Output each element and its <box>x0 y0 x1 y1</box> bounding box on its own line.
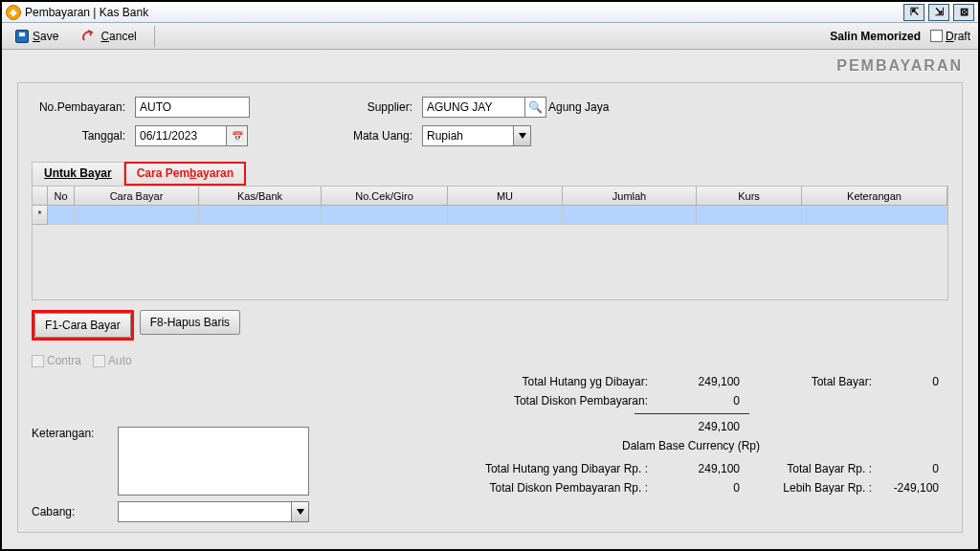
app-icon: ◆ <box>6 5 21 20</box>
memorized-link[interactable]: Salin Memorized <box>830 30 921 43</box>
cabang-dropdown-icon[interactable] <box>292 501 309 522</box>
restore-right-icon[interactable]: ⇲ <box>928 4 949 21</box>
tab-untuk-bayar[interactable]: Untuk Bayar <box>32 162 124 186</box>
contra-checkbox: Contra <box>32 354 81 367</box>
col-no-cek: No.Cek/Giro <box>322 187 448 206</box>
close-icon[interactable]: ⊠ <box>953 4 974 21</box>
no-pembayaran-label: No.Pembayaran: <box>32 100 135 114</box>
total-bayar-rp-value: 0 <box>872 462 939 475</box>
f1-highlight: F1-Cara Bayar <box>32 310 134 341</box>
total-diskon-rp-label: Total Diskon Pembayaran Rp. : <box>443 481 654 495</box>
app-window: ◆ Pembayaran | Kas Bank ⇱ ⇲ ⊠ Save Cance… <box>0 0 980 551</box>
mata-uang-label: Mata Uang: <box>347 129 422 143</box>
total-bayar-value: 0 <box>872 375 939 388</box>
base-currency-note: Dalam Base Currency (Rp) <box>443 439 939 452</box>
cancel-button[interactable]: Cancel <box>76 28 142 45</box>
toolbar: Save Cancel Salin Memorized Draft <box>2 23 978 50</box>
save-icon <box>15 30 29 43</box>
total-hutang-rp-label: Total Hutang yang Dibayar Rp. : <box>443 462 654 475</box>
col-cara-bayar: Cara Bayar <box>75 187 199 206</box>
total-hutang-value: 249,100 <box>654 375 740 388</box>
supplier-label: Supplier: <box>347 100 422 114</box>
subtotal-value: 249,100 <box>654 420 740 433</box>
keterangan-label: Keterangan: <box>32 427 118 440</box>
total-hutang-rp-value: 249,100 <box>654 462 740 475</box>
lebih-bayar-value: -249,100 <box>872 481 939 495</box>
total-diskon-label: Total Diskon Pembayaran: <box>443 394 654 408</box>
col-kurs: Kurs <box>697 187 802 206</box>
summary-panel: Total Hutang yg Dibayar: 249,100 Total B… <box>434 375 948 522</box>
col-jumlah: Jumlah <box>563 187 697 206</box>
supplier-search-icon[interactable]: 🔍 <box>525 97 546 118</box>
payment-grid[interactable]: No Cara Bayar Kas/Bank No.Cek/Giro MU Ju… <box>32 186 948 300</box>
no-pembayaran-input[interactable] <box>135 97 250 118</box>
restore-left-icon[interactable]: ⇱ <box>903 4 924 21</box>
draft-checkbox[interactable]: Draft <box>930 30 970 43</box>
lebih-bayar-label: Lebih Bayar Rp. : <box>757 481 872 495</box>
supplier-input[interactable] <box>422 97 525 118</box>
cabang-select[interactable] <box>118 501 292 522</box>
mata-uang-select[interactable] <box>422 125 514 146</box>
total-bayar-rp-label: Total Bayar Rp. : <box>757 462 872 475</box>
f8-hapus-baris-button[interactable]: F8-Hapus Baris <box>140 310 240 335</box>
tanggal-input[interactable] <box>135 125 227 146</box>
tab-cara-pembayaran[interactable]: Cara Pembayaran <box>124 162 246 186</box>
grid-new-row[interactable]: * <box>33 206 947 225</box>
tanggal-label: Tanggal: <box>32 129 135 143</box>
f1-cara-bayar-button[interactable]: F1-Cara Bayar <box>34 313 131 338</box>
save-label: ave <box>40 30 58 43</box>
subtotal-rule <box>635 413 749 414</box>
total-diskon-rp-value: 0 <box>654 481 740 495</box>
total-bayar-label: Total Bayar: <box>757 375 872 388</box>
mata-uang-dropdown-icon[interactable] <box>514 125 531 146</box>
col-kas-bank: Kas/Bank <box>199 187 322 206</box>
page-title: PEMBAYARAN <box>17 57 963 75</box>
cabang-label: Cabang: <box>32 505 118 518</box>
cancel-icon <box>81 30 97 43</box>
col-mu: MU <box>448 187 563 206</box>
grid-row-header <box>33 187 48 206</box>
total-diskon-value: 0 <box>654 394 740 408</box>
title-bar: ◆ Pembayaran | Kas Bank ⇱ ⇲ ⊠ <box>2 2 978 23</box>
auto-checkbox: Auto <box>93 354 132 367</box>
total-hutang-label: Total Hutang yg Dibayar: <box>443 375 654 388</box>
tabs: Untuk Bayar Cara Pembayaran <box>32 162 948 186</box>
save-button[interactable]: Save <box>10 28 64 45</box>
supplier-name: Agung Jaya <box>548 100 609 114</box>
calendar-icon[interactable]: 📅 <box>227 125 248 146</box>
toolbar-separator <box>154 26 155 47</box>
col-keterangan: Keterangan <box>802 187 947 206</box>
main-form: No.Pembayaran: Tanggal: 📅 Supplier: <box>17 82 963 533</box>
col-no: No <box>48 187 75 206</box>
window-title: Pembayaran | Kas Bank <box>25 6 148 19</box>
row-marker: * <box>33 206 48 225</box>
cancel-label: ancel <box>109 30 137 43</box>
keterangan-textarea[interactable] <box>118 427 309 496</box>
